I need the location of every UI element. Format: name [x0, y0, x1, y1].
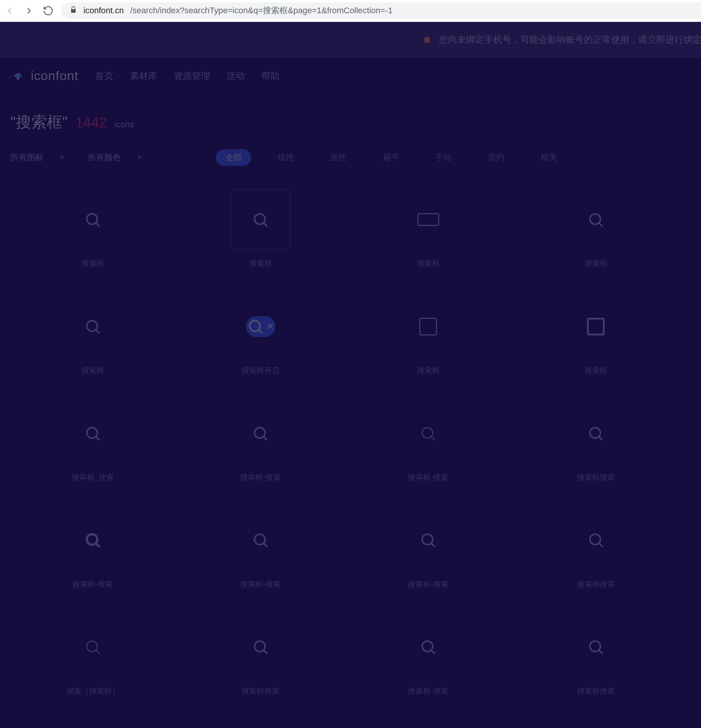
icon-label: 搜索框搜索	[577, 686, 615, 696]
svg-point-11	[87, 213, 97, 224]
icon-label: 搜索框开启	[242, 365, 279, 376]
icon-cell[interactable]: 搜索框	[680, 190, 701, 269]
icon-cell[interactable]: 搜索框-搜索	[344, 404, 512, 482]
nav-manage[interactable]: 资源管理	[174, 70, 210, 82]
nav-library[interactable]: 素材库	[130, 70, 157, 82]
svg-point-17	[87, 320, 97, 331]
icon-cell[interactable]: 搜索框-搜索	[9, 511, 177, 589]
icon-cell[interactable]: 搜索框搜索	[344, 725, 512, 728]
icon-label: 搜索框-搜索	[408, 472, 448, 482]
style-tab[interactable]: 全部	[216, 149, 251, 166]
site-logo[interactable]: iconfont	[10, 68, 78, 83]
icon-cell[interactable]: 搜索框_搜索	[9, 404, 177, 482]
logo-text: iconfont	[31, 68, 79, 83]
style-tab[interactable]: 扁平	[374, 149, 409, 166]
svg-line-62	[599, 650, 603, 654]
svg-line-56	[96, 650, 100, 654]
icon-cell[interactable]: 搜索框	[680, 297, 701, 376]
icon-cell[interactable]: 搜索框-搜索	[177, 404, 344, 482]
style-tab[interactable]: 简约	[479, 149, 514, 166]
svg-point-41	[87, 534, 97, 545]
icon-label: 搜索框	[249, 258, 272, 269]
bind-phone-banner: 您尚未绑定手机号，可能会影响账号的正常使用，请立即进行绑定！ 快速绑定	[0, 22, 701, 58]
icon-cell[interactable]: 搜索框	[512, 297, 680, 376]
icon-preview	[63, 190, 122, 249]
svg-line-18	[96, 329, 100, 333]
icon-preview	[566, 190, 625, 249]
icon-preview	[63, 404, 122, 463]
icon-label: 搜索框	[82, 258, 104, 269]
nav-help[interactable]: 帮助	[261, 70, 279, 82]
svg-line-14	[264, 223, 267, 226]
search-result-header: "搜索框" 1442 icons	[0, 94, 701, 141]
icon-cell[interactable]: 搜索框	[177, 190, 344, 269]
svg-point-33	[590, 427, 601, 438]
icon-cell[interactable]: 搜索框-搜索	[177, 511, 344, 589]
icon-cell[interactable]: 搜索框-搜索	[680, 725, 701, 728]
icon-label: 搜索框-搜索	[408, 579, 448, 589]
icon-cell[interactable]: 搜索框搜索	[512, 404, 680, 482]
nav-activity[interactable]: 活动	[227, 70, 245, 82]
icon-preview	[63, 297, 122, 356]
svg-point-55	[87, 641, 97, 652]
page: 您尚未绑定手机号，可能会影响账号的正常使用，请立即进行绑定！ 快速绑定 icon…	[0, 22, 701, 728]
icon-cell[interactable]: 搜索框	[512, 190, 680, 269]
svg-point-61	[590, 641, 601, 652]
style-tab[interactable]: 手绘	[426, 149, 461, 166]
icon-label: 搜索框_搜索	[72, 472, 114, 482]
icon-cell[interactable]: 搜索框-搜索	[344, 511, 512, 589]
result-unit: icons	[114, 120, 134, 130]
icon-label: 搜索框	[585, 365, 607, 376]
svg-point-31	[422, 427, 433, 438]
icon-cell[interactable]: 搜索框	[344, 190, 512, 269]
nav-home[interactable]: 首页	[95, 70, 113, 82]
address-bar[interactable]: iconfont.cn/search/index?searchType=icon…	[62, 2, 701, 19]
lock-icon	[69, 6, 77, 15]
filter-all-colors[interactable]: 所有颜色 ▾	[88, 152, 142, 163]
icon-cell[interactable]: 搜索（搜索框）	[9, 618, 177, 696]
icon-label: 搜索框搜索	[577, 579, 615, 589]
icon-preview	[63, 725, 122, 728]
svg-point-29	[255, 427, 265, 438]
icon-cell[interactable]: 搜索框搜索	[177, 618, 344, 696]
style-tab[interactable]: 线性	[269, 149, 303, 166]
icon-cell[interactable]: ✕搜索框开启	[177, 297, 344, 376]
icon-label: 搜索框搜索	[577, 472, 615, 482]
svg-line-16	[599, 223, 603, 226]
icon-cell[interactable]: 搜索框-搜索	[177, 725, 344, 728]
icon-cell[interactable]: 搜索-搜索框	[9, 725, 177, 728]
reload-button[interactable]	[42, 5, 54, 17]
icon-preview	[231, 618, 290, 677]
icon-preview	[63, 618, 122, 677]
icon-cell[interactable]: 搜索框	[9, 190, 177, 269]
style-tabs: 全部线性面性扁平手绘简约精美	[216, 149, 566, 166]
icon-cell[interactable]: 搜索框_搜索	[512, 725, 680, 728]
icon-cell[interactable]: 搜索框	[9, 297, 177, 376]
icon-cell[interactable]: 搜索框搜索	[512, 618, 680, 696]
style-tab[interactable]: 精美	[531, 149, 566, 166]
icon-preview	[566, 618, 625, 677]
svg-point-19	[250, 320, 260, 331]
icon-cell[interactable]: 搜索框_搜索	[680, 618, 701, 696]
icon-preview	[398, 404, 457, 463]
svg-line-28	[96, 436, 100, 440]
svg-point-45	[422, 534, 433, 545]
svg-line-30	[264, 436, 267, 440]
svg-line-32	[431, 436, 435, 440]
icon-preview	[63, 511, 122, 570]
svg-line-20	[259, 329, 262, 333]
filter-all-icons[interactable]: 所有图标 ▾	[10, 152, 64, 163]
icon-preview	[566, 725, 625, 728]
icon-cell[interactable]: 搜索框-搜索	[680, 404, 701, 482]
svg-line-42	[96, 543, 100, 547]
icon-cell[interactable]: 搜索框	[344, 297, 512, 376]
style-tab[interactable]: 面性	[321, 149, 356, 166]
back-button[interactable]	[4, 5, 15, 17]
forward-button[interactable]	[23, 5, 35, 17]
icon-cell[interactable]: 搜索框-搜索	[344, 618, 512, 696]
svg-point-59	[422, 641, 433, 652]
icon-cell[interactable]: 搜索框搜索	[512, 511, 680, 589]
site-header: iconfont 首页 素材库 资源管理 活动 帮助 简体 ▾ 搜索	[0, 58, 701, 94]
svg-line-12	[96, 223, 100, 226]
icon-cell[interactable]: 搜索框搜索	[680, 511, 701, 589]
